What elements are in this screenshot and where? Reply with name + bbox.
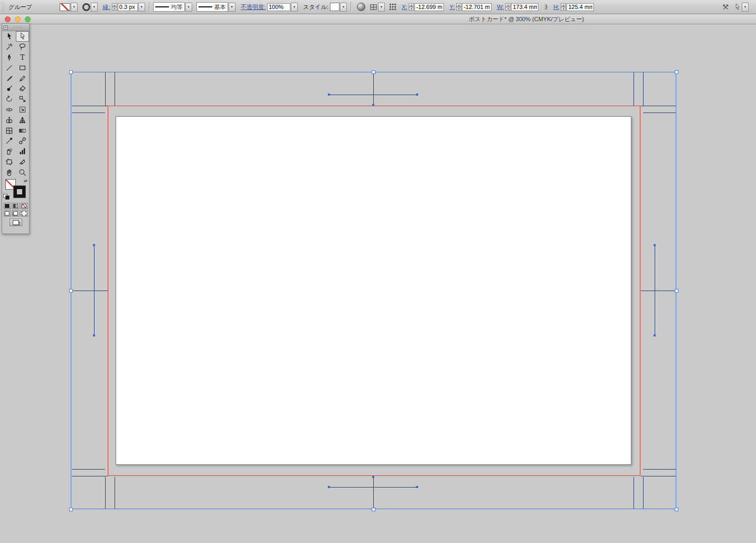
symbol-sprayer-tool[interactable] bbox=[3, 146, 16, 157]
draw-mode-row bbox=[2, 210, 29, 217]
h-stepper[interactable] bbox=[561, 3, 566, 11]
swap-fill-stroke-icon[interactable]: ⇄ bbox=[24, 179, 27, 183]
brush-dropdown-icon[interactable] bbox=[229, 3, 235, 12]
x-label[interactable]: X: bbox=[402, 4, 407, 10]
style-dropdown-icon[interactable] bbox=[340, 3, 347, 12]
selection-tool[interactable] bbox=[3, 31, 16, 42]
recolor-artwork-icon[interactable] bbox=[357, 3, 365, 11]
stroke-indicator[interactable] bbox=[14, 186, 25, 198]
close-window-button[interactable] bbox=[5, 16, 11, 22]
selection-handle[interactable] bbox=[675, 508, 678, 511]
eraser-tool[interactable] bbox=[16, 83, 29, 94]
select-similar-control[interactable] bbox=[734, 3, 749, 12]
fill-none-swatch-icon[interactable] bbox=[60, 3, 70, 11]
stroke-weight-dropdown-icon[interactable] bbox=[138, 3, 145, 12]
selection-handle[interactable] bbox=[69, 289, 73, 293]
tools-panel-header[interactable] bbox=[2, 24, 29, 31]
stroke-swatch-icon[interactable] bbox=[82, 3, 90, 11]
paintbrush-tool[interactable] bbox=[3, 73, 16, 83]
transform-arrows-button[interactable] bbox=[722, 3, 730, 11]
hand-tool[interactable] bbox=[3, 167, 16, 177]
eyedropper-tool[interactable] bbox=[3, 136, 16, 146]
free-transform-tool[interactable] bbox=[16, 105, 29, 115]
selection-handle[interactable] bbox=[69, 508, 73, 511]
style-swatch[interactable] bbox=[330, 3, 339, 11]
reference-point-locator[interactable] bbox=[389, 3, 396, 11]
h-input[interactable] bbox=[566, 3, 594, 11]
magic-wand-tool[interactable] bbox=[3, 42, 16, 52]
select-similar-dropdown-icon[interactable] bbox=[742, 3, 749, 12]
width-profile-value: 均等 bbox=[171, 3, 183, 11]
stroke-weight-label[interactable]: 線: bbox=[103, 3, 110, 11]
w-label[interactable]: W: bbox=[497, 4, 504, 10]
selection-handle[interactable] bbox=[675, 70, 678, 74]
draw-inside-button[interactable] bbox=[21, 210, 28, 217]
screen-mode-button[interactable] bbox=[10, 219, 22, 226]
pencil-tool[interactable] bbox=[16, 73, 29, 83]
x-input[interactable] bbox=[414, 3, 444, 11]
shape-builder-tool[interactable] bbox=[3, 115, 16, 125]
panel-drag-grip-icon[interactable] bbox=[12, 25, 24, 29]
width-profile-dropdown-icon[interactable] bbox=[185, 3, 192, 12]
align-control[interactable] bbox=[370, 3, 385, 12]
opacity-input[interactable] bbox=[267, 3, 290, 11]
column-graph-tool[interactable] bbox=[16, 146, 29, 157]
w-input[interactable] bbox=[511, 3, 538, 11]
y-label[interactable]: Y: bbox=[449, 4, 455, 10]
brush-select[interactable]: 基本 bbox=[196, 2, 228, 12]
draw-behind-button[interactable] bbox=[12, 210, 20, 217]
minimize-window-button[interactable] bbox=[15, 16, 21, 22]
selection-handle[interactable] bbox=[69, 70, 73, 74]
gradient-button[interactable] bbox=[12, 203, 20, 209]
selection-handle[interactable] bbox=[372, 70, 375, 74]
selection-handle[interactable] bbox=[372, 508, 375, 511]
type-tool[interactable]: T bbox=[16, 52, 29, 63]
stroke-weight-input[interactable] bbox=[118, 3, 138, 11]
none-button[interactable] bbox=[21, 203, 28, 209]
blob-brush-tool[interactable] bbox=[3, 83, 16, 94]
artboard-tool[interactable] bbox=[3, 157, 16, 167]
zoom-tool[interactable] bbox=[16, 167, 29, 177]
y-stepper[interactable] bbox=[456, 3, 461, 11]
lasso-tool[interactable] bbox=[16, 42, 29, 52]
document-canvas[interactable] bbox=[0, 0, 756, 543]
width-profile-select[interactable]: 均等 bbox=[153, 2, 185, 12]
color-button[interactable] bbox=[4, 203, 11, 209]
tools-grid: T bbox=[2, 31, 29, 177]
opacity-dropdown-icon[interactable] bbox=[291, 3, 298, 12]
rotate-tool[interactable] bbox=[3, 94, 16, 105]
scale-tool[interactable] bbox=[16, 94, 29, 105]
uniform-line-icon bbox=[155, 6, 169, 7]
x-stepper[interactable] bbox=[409, 3, 414, 11]
document-title-bar[interactable]: ポストカード* @ 300% (CMYK/プレビュー) bbox=[0, 14, 756, 24]
direct-selection-tool[interactable] bbox=[16, 31, 29, 42]
w-stepper[interactable] bbox=[505, 3, 511, 11]
slice-tool[interactable] bbox=[16, 157, 29, 167]
draw-normal-button[interactable] bbox=[4, 210, 11, 217]
panel-grip-icon[interactable] bbox=[2, 2, 5, 12]
tools-panel[interactable]: T ⇄ bbox=[2, 23, 30, 234]
line-tool[interactable] bbox=[3, 62, 16, 73]
stroke-color-control[interactable] bbox=[82, 3, 98, 12]
constrain-proportions-link[interactable] bbox=[541, 3, 548, 11]
h-label[interactable]: H: bbox=[553, 4, 559, 10]
selection-bounding-box[interactable] bbox=[71, 72, 676, 509]
align-dropdown-icon[interactable] bbox=[378, 3, 385, 12]
stroke-weight-stepper[interactable] bbox=[112, 3, 117, 11]
blend-tool[interactable] bbox=[16, 136, 29, 146]
gradient-tool[interactable] bbox=[16, 125, 29, 136]
stroke-dropdown-icon[interactable] bbox=[91, 3, 98, 12]
pen-tool[interactable] bbox=[3, 52, 16, 63]
panel-close-icon[interactable] bbox=[4, 25, 8, 30]
width-tool[interactable] bbox=[3, 105, 16, 115]
default-fill-stroke-icon[interactable] bbox=[3, 194, 9, 199]
fill-dropdown-icon[interactable] bbox=[71, 3, 78, 12]
rectangle-tool[interactable] bbox=[16, 62, 29, 73]
zoom-window-button[interactable] bbox=[25, 16, 31, 22]
fill-color-control[interactable] bbox=[60, 3, 78, 12]
opacity-label[interactable]: 不透明度: bbox=[241, 3, 266, 11]
selection-handle[interactable] bbox=[675, 289, 678, 293]
perspective-grid-tool[interactable] bbox=[16, 115, 29, 125]
y-input[interactable] bbox=[462, 3, 492, 11]
mesh-tool[interactable] bbox=[3, 125, 16, 136]
